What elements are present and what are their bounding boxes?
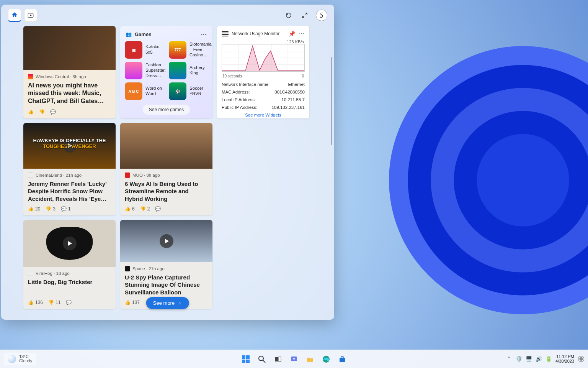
like-button[interactable]: 👍 20 bbox=[28, 206, 40, 212]
games-people-icon: 👥 bbox=[126, 31, 132, 37]
news-thumbnail bbox=[23, 26, 116, 70]
refresh-button[interactable] bbox=[282, 9, 295, 22]
taskview-icon bbox=[274, 355, 282, 363]
chart-current-rate: 126 KB/s bbox=[222, 39, 304, 44]
start-button[interactable] bbox=[239, 352, 253, 366]
pin-button[interactable]: 📌 bbox=[289, 31, 295, 37]
see-more-button[interactable]: See more bbox=[146, 297, 189, 309]
chart-x-right: 0 bbox=[302, 74, 304, 78]
source-icon bbox=[125, 172, 130, 178]
system-tray[interactable]: 🛡️ 🖥️ 🔊 🔋 bbox=[516, 356, 552, 362]
source-icon bbox=[125, 266, 130, 271]
news-card[interactable]: Space · 21h ago U-2 Spy Plane Captured S… bbox=[120, 220, 212, 309]
clock-date: 4/30/2023 bbox=[555, 359, 574, 364]
dislike-button[interactable]: 👎 2 bbox=[140, 206, 150, 212]
weather-icon bbox=[8, 355, 16, 363]
dislike-button[interactable]: 👎 11 bbox=[48, 300, 60, 305]
network-chart bbox=[222, 44, 305, 72]
source-label: Windows Central · 3h ago bbox=[36, 74, 86, 79]
source-icon bbox=[28, 172, 33, 178]
svg-rect-14 bbox=[275, 357, 278, 361]
widget-menu-button[interactable]: ⋯ bbox=[298, 30, 305, 37]
windows-icon bbox=[241, 355, 250, 364]
svg-rect-9 bbox=[246, 355, 250, 359]
net-row-key: MAC Address: bbox=[222, 90, 250, 94]
game-item[interactable]: ▦K-doku 5x5 bbox=[125, 41, 166, 59]
see-more-games-button[interactable]: See more games bbox=[143, 105, 190, 115]
home-icon bbox=[11, 12, 18, 18]
like-button[interactable]: 👍 bbox=[28, 109, 34, 115]
game-item[interactable]: ⚽Soccer FRVR bbox=[169, 82, 212, 100]
comment-button[interactable]: 💬 1 bbox=[61, 206, 71, 212]
news-thumbnail bbox=[120, 123, 212, 169]
play-icon bbox=[160, 234, 173, 248]
expand-icon bbox=[301, 12, 308, 19]
tray-chevron-icon[interactable]: ˄ bbox=[506, 356, 512, 362]
like-button[interactable]: 👍 137 bbox=[125, 300, 140, 305]
news-card[interactable]: ViralHog · 1d ago Little Dog, Big Tricks… bbox=[23, 220, 116, 309]
svg-rect-10 bbox=[242, 360, 245, 363]
source-icon bbox=[28, 74, 33, 79]
expand-button[interactable] bbox=[298, 9, 311, 22]
net-row-val: 109.132.237.161 bbox=[272, 105, 305, 110]
news-title: Little Dog, Big Trickster bbox=[28, 278, 111, 286]
svg-rect-15 bbox=[279, 357, 281, 361]
explorer-button[interactable] bbox=[303, 352, 317, 366]
news-title: AI news you might have missed this week:… bbox=[28, 82, 111, 105]
games-widget: 👥 Games ⋯ ▦K-doku 5x5 777Slotomania – Fr… bbox=[120, 26, 212, 118]
source-icon bbox=[28, 271, 33, 276]
taskbar-clock[interactable]: 11:12 PM 4/30/2023 bbox=[555, 354, 574, 364]
svg-point-12 bbox=[259, 356, 263, 361]
svg-rect-11 bbox=[246, 360, 250, 363]
net-row-val: 001C42080550 bbox=[274, 90, 305, 94]
home-tab[interactable] bbox=[8, 9, 21, 22]
watch-tab[interactable] bbox=[24, 9, 37, 22]
battery-icon[interactable]: 🔋 bbox=[546, 356, 552, 362]
search-icon bbox=[258, 355, 266, 363]
scroll-thumb[interactable] bbox=[331, 57, 332, 145]
taskbar: 13°C Cloudy ˄ 🛡️ 🖥️ 🔊 🔋 11:12 PM 4/30/20… bbox=[0, 350, 588, 368]
dislike-button[interactable]: 👎 3 bbox=[46, 206, 56, 212]
net-row-val: 10.211.55.7 bbox=[281, 97, 305, 102]
game-item[interactable]: Fashion Superstar: Dress… bbox=[125, 62, 166, 79]
chat-button[interactable] bbox=[287, 352, 301, 366]
games-menu-button[interactable]: ⋯ bbox=[201, 31, 207, 38]
game-item[interactable]: Archery King bbox=[169, 62, 212, 79]
games-title: Games bbox=[135, 31, 151, 37]
edge-icon bbox=[322, 355, 330, 363]
like-button[interactable]: 👍 136 bbox=[28, 300, 43, 305]
comment-button[interactable]: 💬 bbox=[155, 206, 161, 212]
network-widget: Network Usage Monitor 📌 ⋯ 126 KB/s bbox=[217, 26, 309, 118]
like-button[interactable]: 👍 6 bbox=[125, 206, 135, 212]
store-button[interactable] bbox=[335, 352, 349, 366]
source-label: Space · 21h ago bbox=[132, 266, 165, 271]
network-icon bbox=[222, 31, 229, 36]
network-tray-icon[interactable]: 🖥️ bbox=[526, 356, 532, 362]
news-card[interactable]: MUO · 8h ago 6 Ways AI Is Being Used to … bbox=[120, 123, 212, 215]
news-thumbnail bbox=[120, 220, 212, 262]
taskbar-right: ˄ 🛡️ 🖥️ 🔊 🔋 11:12 PM 4/30/2023 bbox=[506, 354, 584, 364]
svg-rect-19 bbox=[340, 358, 345, 362]
taskview-button[interactable] bbox=[271, 352, 285, 366]
game-item[interactable]: A B CWord on Word bbox=[125, 82, 166, 100]
user-avatar[interactable]: S bbox=[316, 10, 327, 21]
store-icon bbox=[338, 355, 346, 363]
weather-temp: 13°C bbox=[19, 355, 32, 359]
notifications-button[interactable] bbox=[578, 356, 584, 362]
comment-button[interactable]: 💬 bbox=[66, 300, 72, 305]
news-card[interactable]: Windows Central · 3h ago AI news you mig… bbox=[23, 26, 116, 118]
search-button[interactable] bbox=[255, 352, 269, 366]
see-more-widgets-link[interactable]: See more Widgets bbox=[222, 111, 305, 117]
security-icon[interactable]: 🛡️ bbox=[516, 356, 522, 362]
volume-icon[interactable]: 🔊 bbox=[536, 356, 542, 362]
news-card[interactable]: HAWKEYE IS OFFICIALLY THE TOUGHEST AVENG… bbox=[23, 123, 116, 215]
game-item[interactable]: 777Slotomania – Free Casino… bbox=[169, 41, 212, 59]
news-title: Jeremy Renner Feels 'Lucky' Despite Horr… bbox=[28, 180, 111, 203]
comment-button[interactable]: 💬 bbox=[50, 109, 56, 115]
dislike-button[interactable]: 👎 bbox=[39, 109, 45, 115]
edge-button[interactable] bbox=[319, 352, 333, 366]
clock-time: 11:12 PM bbox=[555, 354, 574, 359]
taskbar-weather[interactable]: 13°C Cloudy bbox=[4, 353, 36, 365]
widgets-header: S bbox=[1, 5, 334, 26]
source-label: MUO · 8h ago bbox=[132, 173, 160, 177]
